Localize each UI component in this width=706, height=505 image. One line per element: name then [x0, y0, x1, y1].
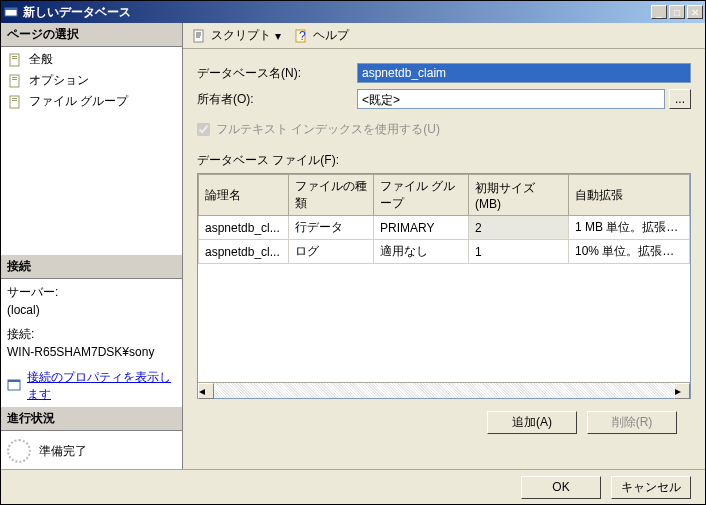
owner-browse-button[interactable]: ... — [669, 89, 691, 109]
svg-rect-2 — [10, 54, 19, 66]
script-icon — [191, 28, 207, 44]
dropdown-arrow-icon: ▾ — [275, 29, 281, 43]
svg-rect-1 — [5, 8, 17, 10]
svg-rect-9 — [12, 98, 17, 99]
progress-spinner-icon — [7, 439, 31, 463]
close-button[interactable]: ✕ — [687, 5, 703, 19]
col-header[interactable]: 初期サイズ (MB) — [469, 175, 569, 216]
fulltext-label: フルテキスト インデックスを使用する(U) — [216, 121, 440, 138]
svg-rect-12 — [8, 380, 20, 382]
server-value: (local) — [7, 301, 176, 319]
page-icon — [7, 94, 23, 110]
svg-rect-5 — [10, 75, 19, 87]
app-icon — [3, 4, 19, 20]
svg-rect-4 — [12, 58, 17, 59]
dbname-label: データベース名(N): — [197, 65, 357, 82]
conn-properties-link[interactable]: 接続のプロパティを表示します — [1, 365, 182, 407]
svg-rect-13 — [194, 30, 203, 42]
fulltext-checkbox — [197, 123, 210, 136]
section-header-conn: 接続 — [1, 255, 182, 279]
owner-label: 所有者(O): — [197, 91, 357, 108]
svg-rect-6 — [12, 77, 17, 78]
help-button[interactable]: ? ヘルプ — [289, 25, 353, 46]
sidebar-item-label: オプション — [29, 72, 89, 89]
scroll-right-icon[interactable]: ▸ — [674, 383, 690, 399]
sidebar-item-filegroups[interactable]: ファイル グループ — [3, 91, 180, 112]
owner-input[interactable]: <既定> — [357, 89, 665, 109]
dialog-footer: OK キャンセル — [1, 469, 705, 504]
window-title: 新しいデータベース — [23, 4, 651, 21]
page-icon — [7, 52, 23, 68]
titlebar: 新しいデータベース _ □ ✕ — [1, 1, 705, 23]
files-label: データベース ファイル(F): — [197, 152, 691, 169]
sidebar-item-general[interactable]: 全般 — [3, 49, 180, 70]
toolbar: スクリプト ▾ ? ヘルプ — [183, 23, 705, 49]
col-header[interactable]: 論理名 — [199, 175, 289, 216]
maximize-button[interactable]: □ — [669, 5, 685, 19]
files-grid[interactable]: 論理名 ファイルの種類 ファイル グループ 初期サイズ (MB) 自動拡張 as… — [197, 173, 691, 399]
sidebar-item-options[interactable]: オプション — [3, 70, 180, 91]
sidebar-item-label: 全般 — [29, 51, 53, 68]
svg-rect-7 — [12, 79, 17, 80]
svg-text:?: ? — [299, 29, 306, 43]
svg-rect-10 — [12, 100, 17, 101]
sidebar: ページの選択 全般 オプション ファイル グループ 接続 サーバー: (loca… — [1, 23, 183, 471]
add-button[interactable]: 追加(A) — [487, 411, 577, 434]
cancel-button[interactable]: キャンセル — [611, 476, 691, 499]
scroll-left-icon[interactable]: ◂ — [198, 383, 214, 399]
table-row[interactable]: aspnetdb_cl... ログ 適用なし 1 10% 単位。拡張制限なし。 — [199, 240, 690, 264]
progress-text: 準備完了 — [39, 443, 87, 460]
properties-icon — [7, 378, 21, 395]
svg-rect-8 — [10, 96, 19, 108]
page-icon — [7, 73, 23, 89]
script-menu[interactable]: スクリプト ▾ — [187, 25, 285, 46]
ok-button[interactable]: OK — [521, 476, 601, 499]
horizontal-scrollbar[interactable]: ◂ ▸ — [198, 382, 690, 398]
col-header[interactable]: 自動拡張 — [569, 175, 690, 216]
minimize-button[interactable]: _ — [651, 5, 667, 19]
dbname-input[interactable]: aspnetdb_claim — [357, 63, 691, 83]
conn-value: WIN-R65SHAM7DSK¥sony — [7, 343, 176, 361]
col-header[interactable]: ファイルの種類 — [289, 175, 374, 216]
help-icon: ? — [293, 28, 309, 44]
sidebar-item-label: ファイル グループ — [29, 93, 128, 110]
server-label: サーバー: — [7, 283, 176, 301]
section-header-progress: 進行状況 — [1, 407, 182, 431]
col-header[interactable]: ファイル グループ — [374, 175, 469, 216]
remove-button: 削除(R) — [587, 411, 677, 434]
table-row[interactable]: aspnetdb_cl... 行データ PRIMARY 2 1 MB 単位。拡張… — [199, 216, 690, 240]
svg-rect-3 — [12, 56, 17, 57]
section-header-page: ページの選択 — [1, 23, 182, 47]
conn-label: 接続: — [7, 325, 176, 343]
main-panel: スクリプト ▾ ? ヘルプ データベース名(N): aspnetdb_claim… — [183, 23, 705, 471]
